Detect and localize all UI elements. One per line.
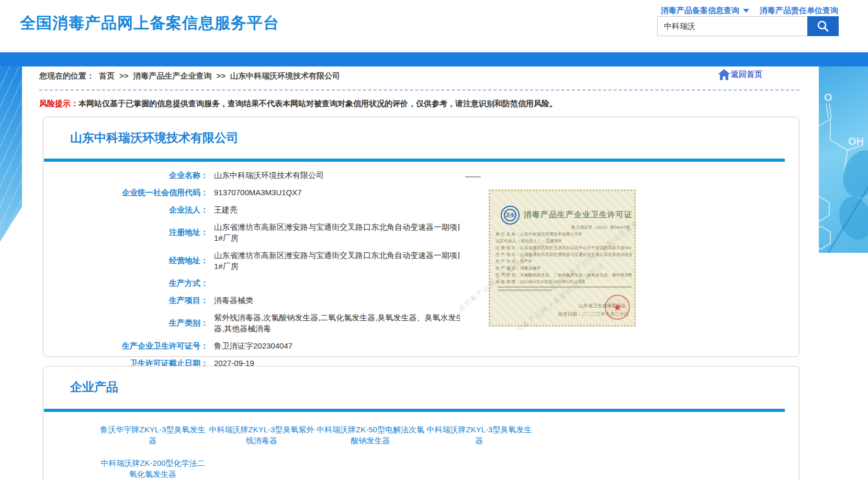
field-label: 生产类别： [43, 318, 208, 328]
field-row-production-category: 生产类别： 紫外线消毒器,次氯酸钠发生器,二氧化氯发生器,臭氧发生器、臭氧水发生… [43, 312, 514, 334]
field-row-company-name: 企业名称： 山东中科瑞沃环境技术有限公司 [43, 170, 514, 181]
cert-line-production-category: 生 产 类 别：次氯酸钠发生器、二氧化氯发生器、臭氧发生器、紫外线消毒器 [495, 273, 632, 278]
field-value: 王建亮 [214, 204, 465, 215]
nav-link-label: 消毒产品责任单位查询 [760, 6, 838, 16]
svg-text:OH: OH [848, 136, 864, 147]
company-card: 山东中科瑞沃环境技术有限公司 企业名称： 山东中科瑞沃环境技术有限公司 企业统一… [43, 117, 799, 357]
search-bar [657, 16, 839, 36]
certificate-title: 消毒产品生产企业卫生许可证 [524, 210, 634, 220]
card-underline [44, 159, 785, 162]
health-emblem-text: 卫生 [504, 209, 516, 221]
product-link[interactable]: 中科瑞沃牌ZKYL-3型臭氧紫外线消毒器 [207, 424, 316, 446]
certificate-paper: 卫生 消毒产品生产企业卫生许可证 鲁卫消证字（2023）第04047号 单 位 … [489, 189, 636, 327]
risk-notice-label: 风险提示： [39, 99, 78, 108]
cert-line-unit-name: 单 位 名 称：山东中科瑞沃环境技术有限公司※ [495, 232, 632, 237]
field-label: 生产项目： [43, 295, 208, 306]
products-grid: 鲁沃华宇牌ZKYL-3型臭氧发生器 中科瑞沃牌ZKYL-3型臭氧紫外线消毒器 中… [98, 424, 536, 481]
header-band [0, 52, 868, 66]
left-background-photo [0, 66, 22, 242]
back-home-link[interactable]: 返回首页 [717, 68, 762, 81]
field-label: 生产方式： [43, 278, 208, 288]
fine-print-bar [498, 289, 552, 291]
molecule-art: O OH [819, 66, 868, 253]
field-label: 企业统一社会信用代码： [43, 187, 208, 198]
field-label: 注册地址： [43, 227, 208, 238]
breadcrumb: 您现在的位置： 首页 >> 消毒产品生产企业查询 >> 山东中科瑞沃环境技术有限… [39, 71, 340, 81]
breadcrumb-prefix: 您现在的位置： [39, 71, 94, 81]
product-link[interactable]: 中科瑞沃牌ZK-200型化学法二氧化氯发生器 [98, 457, 207, 479]
cert-line-legal-rep: 法定代表人（或负责人）：王建亮※ [495, 239, 632, 244]
site-title: 全国消毒产品网上备案信息服务平台 [20, 13, 279, 34]
field-value: 山东省潍坊市高新区潍安路与宝通街交叉路口东北角自动变速器一期项目1#厂房 [214, 250, 465, 272]
fine-print-bar [498, 286, 632, 288]
company-fields: 企业名称： 山东中科瑞沃环境技术有限公司 企业统一社会信用代码： 9137070… [43, 170, 514, 375]
breadcrumb-separator: >> [217, 71, 226, 81]
field-value: 消毒器械类 [214, 295, 465, 306]
search-input[interactable] [657, 16, 807, 36]
field-row-registered-address: 注册地址： 山东省潍坊市高新区潍安路与宝通街交叉路口东北角自动变速器一期项目1#… [43, 221, 514, 243]
breadcrumb-home[interactable]: 首页 [99, 71, 115, 81]
svg-text:O: O [824, 92, 832, 103]
search-icon [816, 19, 830, 33]
product-link[interactable]: 中科瑞沃牌ZKYL-3型臭氧发生器 [425, 424, 534, 446]
scan-artifact-dash [465, 176, 481, 177]
field-label: 企业法人： [43, 205, 208, 215]
license-certificate-image: 卫生 消毒产品生产企业卫生许可证 鲁卫消证字（2023）第04047号 单 位 … [460, 167, 638, 330]
breadcrumb-separator: >> [119, 71, 129, 81]
seal-star-icon: ★ [612, 300, 623, 314]
field-value: 紫外线消毒器,次氯酸钠发生器,二氧化氯发生器,臭氧发生器、臭氧水发生器,其他器械… [214, 312, 465, 334]
search-button[interactable] [807, 16, 839, 36]
top-nav: 消毒产品备案信息查询 消毒产品责任单位查询 [661, 6, 838, 16]
back-home-label: 返回首页 [731, 70, 762, 80]
health-emblem-icon: 卫生 [501, 206, 520, 225]
field-row-business-address: 经营地址： 山东省潍坊市高新区潍安路与宝通街交叉路口东北角自动变速器一期项目1#… [43, 250, 514, 272]
field-row-legal-person: 企业法人： 王建亮 [43, 204, 514, 215]
certificate-lines: 单 位 名 称：山东中科瑞沃环境技术有限公司※ 法定代表人（或负责人）：王建亮※… [495, 232, 632, 291]
field-value: 鲁卫消证字202304047 [214, 340, 465, 351]
cert-line-registered-address: 注 册 地 址：山东省潍坊高新区玉清东街以北中心次干道以西高新大厦502号科苑 [495, 245, 632, 251]
field-label: 经营地址： [43, 255, 208, 266]
products-card-title: 企业产品 [70, 379, 799, 395]
dashed-separator [39, 90, 799, 91]
field-row-license-number: 生产企业卫生许可证号： 鲁卫消证字202304047 [43, 340, 514, 351]
product-link[interactable]: 鲁沃华宇牌ZKYL-3型臭氧发生器 [98, 424, 207, 446]
products-card: 企业产品 鲁沃华宇牌ZKYL-3型臭氧发生器 中科瑞沃牌ZKYL-3型臭氧紫外线… [43, 366, 799, 481]
field-row-production-project: 生产项目： 消毒器械类 [43, 295, 514, 306]
certificate-number: 鲁卫消证字（2023）第04047号 [571, 225, 630, 230]
field-value: 山东省潍坊市高新区潍安路与宝通街交叉路口东北角自动变速器一期项目1#厂房 [214, 221, 465, 243]
cert-line-production-project: 生 产 项 目：消毒器械※ [495, 266, 632, 271]
company-card-title: 山东中科瑞沃环境技术有限公司 [70, 130, 799, 146]
risk-notice: 风险提示：本网站仅基于已掌握的信息提供查询服务，查询结果不代表本网站对被查询对象… [39, 99, 782, 109]
nav-link-label: 消毒产品备案信息查询 [661, 6, 739, 16]
field-row-production-method: 生产方式： [43, 278, 514, 288]
field-value: 山东中科瑞沃环境技术有限公司 [214, 170, 465, 181]
cert-line-production-address: 生 产 地 址：山东省潍坊市高新区潍安路与宝通街交叉路口东北角自动变速器一期项目… [495, 252, 632, 258]
breadcrumb-enterprise-query[interactable]: 消毒产品生产企业查询 [133, 71, 212, 81]
caret-down-icon [743, 9, 749, 13]
field-value: 91370700MA3M3U1QX7 [214, 187, 465, 198]
product-link[interactable]: 中科瑞沃牌ZK-50型电解法次氯酸钠发生器 [316, 424, 425, 446]
risk-notice-text: 本网站仅基于已掌握的信息提供查询服务，查询结果不代表本网站对被查询对象信用状况的… [78, 99, 557, 108]
cert-fine-print [495, 286, 632, 291]
field-label: 生产企业卫生许可证号： [43, 341, 208, 351]
home-icon [717, 68, 731, 81]
right-background-photo: O OH [819, 66, 868, 253]
card-underline [44, 409, 785, 412]
cert-line-validity: 有 效 期 限：2023年9月20日至2027年9月19日※ [495, 279, 632, 285]
page: { "header": { "site_title": "全国消毒产品网上备案信… [0, 0, 868, 481]
nav-link-responsible-unit-query[interactable]: 消毒产品责任单位查询 [760, 6, 838, 16]
field-row-credit-code: 企业统一社会信用代码： 91370700MA3M3U1QX7 [43, 187, 514, 198]
cert-line-production-method: 生 产 方 式：生产※ [495, 259, 632, 264]
breadcrumb-current-company[interactable]: 山东中科瑞沃环境技术有限公司 [230, 71, 340, 81]
nav-link-record-info-query[interactable]: 消毒产品备案信息查询 [661, 6, 749, 16]
field-label: 企业名称： [43, 170, 208, 181]
